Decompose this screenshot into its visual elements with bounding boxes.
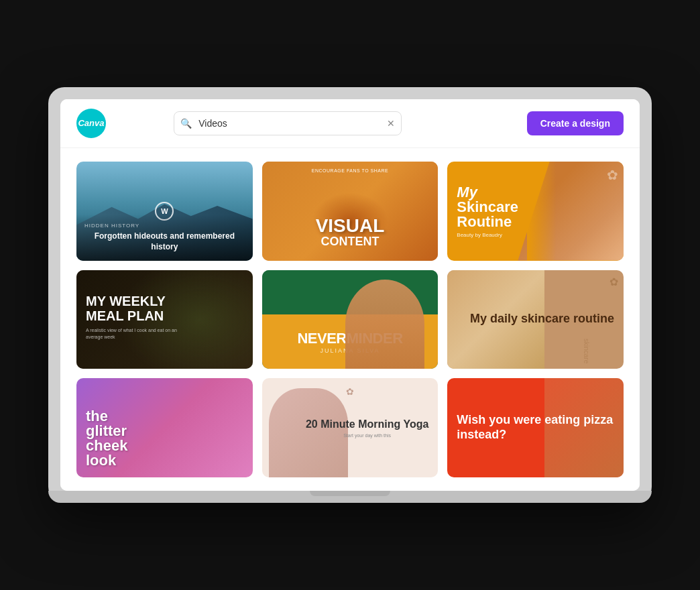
card-text-block: Wish you were eating pizza instead? [457,414,624,442]
design-grid: W HIDDEN HISTORY Forgotten hideouts and … [60,148,640,491]
create-design-button[interactable]: Create a design [527,111,624,135]
card-morning-yoga[interactable]: ✿ 20 Minute Morning Yoga Start your day … [262,378,439,477]
card-neverminder[interactable]: NEVERMINDER JULIANA SILVA [262,270,439,369]
decorative-element: ✿ [609,276,618,288]
card-sub: Beauty by Beaudry [457,231,518,237]
card-skincare-routine[interactable]: My Skincare Routine Beauty by Beaudry ✿ [447,162,624,261]
card-visual-content[interactable]: ENCOURAGE FANS TO SHARE VISUAL CONTENT [262,162,439,261]
card-title: the glitter cheek look [86,409,127,468]
card-line2: Skincare [457,199,518,214]
search-clear-icon[interactable]: ✕ [387,118,395,129]
card-daily-skincare[interactable]: My daily skincare routine ✿ skincare [447,270,624,369]
card-text-block: My daily skincare routine [470,312,614,327]
card-title: Wish you were eating pizza instead? [457,414,624,442]
laptop-base [48,491,652,503]
laptop-screen: Canva 🔍 ✕ Create a design W HIDDEN HISTO… [60,99,640,491]
card-subtitle: HIDDEN HISTORY [84,223,245,229]
card-overlay: HIDDEN HISTORY Forgotten hideouts and re… [76,215,253,260]
card-visual-text: VISUAL [262,217,439,235]
card-meal-plan[interactable]: MY WEEKLY MEAL PLAN A realistic view of … [76,270,253,369]
card-sub: Start your day with this [306,433,428,438]
person-silhouette [345,280,424,369]
card-forgotten-hideouts[interactable]: W HIDDEN HISTORY Forgotten hideouts and … [76,162,253,261]
search-icon: 🔍 [180,118,192,129]
card-title: 20 Minute Morning Yoga [306,418,428,430]
search-input[interactable] [174,111,402,135]
card-text-block: My Skincare Routine Beauty by Beaudry [457,184,518,237]
card-title: My daily skincare routine [470,312,614,327]
decorative-leaves: ✿ [607,167,618,183]
card-text-block: MY WEEKLY MEAL PLAN A realistic view of … [86,294,180,341]
card-pizza[interactable]: Wish you were eating pizza instead? [447,378,624,477]
card-title: Forgotten hideouts and remembered histor… [84,231,245,252]
card-glitter-cheek[interactable]: the glitter cheek look [76,378,253,477]
card-title: MY WEEKLY MEAL PLAN [86,294,180,323]
decorative-text: skincare [583,339,590,363]
card-line3: Routine [457,214,518,229]
card-text-block: the glitter cheek look [86,409,127,468]
lotus-icon: ✿ [346,386,354,397]
search-bar: 🔍 ✕ [174,111,402,135]
card-sub: A realistic view of what I cook and eat … [86,327,180,341]
laptop-frame: Canva 🔍 ✕ Create a design W HIDDEN HISTO… [48,87,652,503]
card-main-text: VISUAL CONTENT [262,217,439,247]
app-header: Canva 🔍 ✕ Create a design [60,99,640,148]
card-top-text: ENCOURAGE FANS TO SHARE [262,168,439,173]
card-text-block: 20 Minute Morning Yoga Start your day wi… [306,418,428,438]
canva-logo[interactable]: Canva [76,109,106,138]
card-content-text: CONTENT [262,235,439,247]
card-line1: My [457,184,518,199]
